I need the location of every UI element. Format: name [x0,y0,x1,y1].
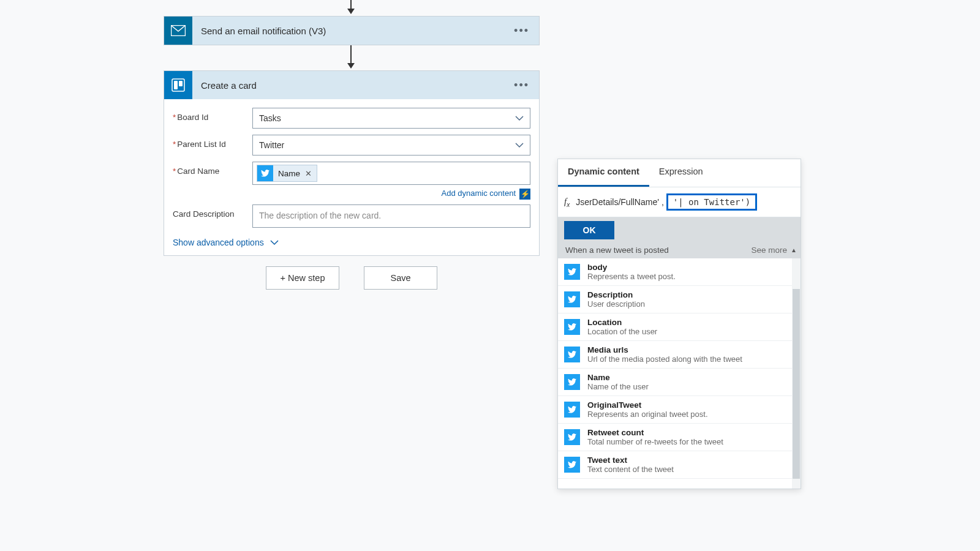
field-card-description: Card Description The description of the … [173,204,530,228]
dynamic-content-list: bodyRepresents a tweet post.DescriptionU… [558,258,801,479]
card-name-input[interactable]: Name ✕ [252,162,530,185]
dc-item-title: Name [587,373,649,382]
twitter-icon [564,402,580,418]
dc-item-desc: Represents a tweet post. [587,272,676,281]
step-header[interactable]: Send an email notification (V3) ••• [164,17,539,45]
dynamic-content-item[interactable]: Media urlsUrl of the media posted along … [558,341,801,369]
twitter-icon [564,429,580,445]
dc-item-desc: Location of the user [587,327,657,336]
chevron-down-icon [515,143,524,148]
show-advanced-options-link[interactable]: Show advanced options [173,238,279,247]
dc-item-desc: Represents an original tweet post. [587,410,708,419]
flow-arrow [350,0,352,13]
field-card-name: *Card Name Name ✕ [173,162,530,185]
tab-dynamic-content[interactable]: Dynamic content [558,159,649,187]
new-step-button[interactable]: + New step [266,266,339,290]
action-buttons: + New step Save [164,266,540,290]
svg-rect-3 [174,81,178,89]
section-header: When a new tweet is posted See more ▲ [558,243,801,258]
add-dynamic-row: Add dynamic content ⚡ [252,189,530,200]
dc-item-title: Description [587,290,645,299]
scrollbar[interactable] [792,258,801,489]
expression-highlight-box[interactable]: '| on Twitter') [666,193,757,211]
step-header[interactable]: Create a card ••• [164,71,539,99]
add-dynamic-content-link[interactable]: Add dynamic content [442,189,516,200]
add-dynamic-icon[interactable]: ⚡ [519,189,530,200]
field-label: *Card Name [173,162,252,176]
section-title: When a new tweet is posted [565,246,669,255]
select-value: Tasks [259,113,281,123]
field-parent-list-id: *Parent List Id Twitter [173,135,530,156]
chevron-down-icon [270,240,279,246]
dc-item-title: Retweet count [587,428,723,437]
twitter-icon [564,457,580,473]
dynamic-content-item[interactable]: bodyRepresents a tweet post. [558,258,801,286]
step-title: Create a card [192,80,510,91]
dynamic-content-item[interactable]: DescriptionUser description [558,286,801,313]
select-value: Twitter [259,140,284,150]
dynamic-content-list-container: bodyRepresents a tweet post.DescriptionU… [558,258,801,489]
twitter-icon [564,347,580,362]
dynamic-content-item[interactable]: NameName of the user [558,369,801,396]
step-create-card: Create a card ••• *Board Id Tasks *Paren… [164,70,540,256]
twitter-icon [564,319,580,335]
collapse-icon[interactable]: ▲ [791,247,797,253]
twitter-icon [257,165,273,181]
dc-item-desc: Name of the user [587,382,649,391]
step-menu-button[interactable]: ••• [510,77,533,94]
twitter-icon [564,291,580,307]
dynamic-content-item[interactable]: Retweet countTotal number of re-tweets f… [558,424,801,451]
parent-list-select[interactable]: Twitter [252,135,530,156]
trello-icon [164,71,192,99]
see-more-link[interactable]: See more [751,246,787,255]
step-send-email: Send an email notification (V3) ••• [164,16,540,45]
step-title: Send an email notification (V3) [192,26,510,36]
scrollbar-thumb[interactable] [793,289,800,479]
board-id-select[interactable]: Tasks [252,108,530,129]
dc-item-title: Tweet text [587,455,674,465]
field-label: *Parent List Id [173,135,252,149]
dynamic-content-item[interactable]: LocationLocation of the user [558,313,801,341]
tab-expression[interactable]: Expression [649,159,713,187]
dc-item-desc: Text content of the tweet [587,465,674,474]
save-button[interactable]: Save [364,266,437,290]
svg-rect-4 [179,81,183,86]
ok-row: OK [558,217,801,243]
field-label: *Board Id [173,108,252,122]
dc-item-title: body [587,263,676,272]
dc-item-desc: Url of the media posted along with the t… [587,354,742,364]
token-label: Name [278,169,300,178]
dc-item-title: OriginalTweet [587,400,708,410]
remove-token-button[interactable]: ✕ [305,169,312,178]
chevron-down-icon [515,116,524,121]
mail-icon [164,17,192,45]
dc-item-desc: Total number of re-tweets for the tweet [587,437,723,446]
twitter-icon [564,374,580,390]
ok-button[interactable]: OK [564,221,614,239]
popup-tabs: Dynamic content Expression [558,159,801,187]
card-description-input[interactable]: The description of the new card. [252,204,530,228]
field-board-id: *Board Id Tasks [173,108,530,129]
dynamic-content-popup: Dynamic content Expression fx JserDetail… [557,159,801,489]
dynamic-content-item[interactable]: OriginalTweetRepresents an original twee… [558,396,801,424]
field-label: Card Description [173,204,252,219]
step-menu-button[interactable]: ••• [510,22,533,40]
fx-icon: fx [564,197,570,208]
dynamic-content-item[interactable]: Tweet textText content of the tweet [558,451,801,479]
dynamic-token-name[interactable]: Name ✕ [257,165,317,182]
step-body: *Board Id Tasks *Parent List Id Twitter [164,99,539,255]
twitter-icon [564,264,580,280]
expression-preview[interactable]: JserDetails/FullName' , '| on Twitter') [576,193,794,211]
dc-item-title: Media urls [587,345,742,354]
expression-input-row: fx JserDetails/FullName' , '| on Twitter… [558,187,801,217]
dc-item-desc: User description [587,299,645,309]
dc-item-title: Location [587,318,657,327]
flow-arrow [350,45,352,68]
